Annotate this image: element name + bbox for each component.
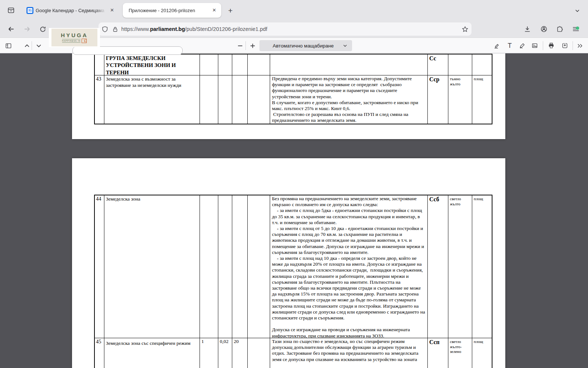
double-chevron-right-icon: [577, 42, 583, 49]
bookmark-star-icon[interactable]: [462, 26, 469, 33]
tab-title: Google Календар - Седмицама: [36, 8, 107, 13]
hamburger-menu-icon: [572, 25, 580, 33]
pdf-sidebar-toggle-button[interactable]: [3, 40, 14, 51]
new-tab-button[interactable]: +: [225, 5, 236, 16]
divider: [543, 41, 543, 50]
cell-param1: [200, 195, 218, 338]
cell-map-color: светло жълто: [448, 195, 472, 338]
cell-number: 45: [95, 338, 104, 368]
close-tab-icon[interactable]: ✕: [211, 7, 218, 14]
forward-arrow-icon: [24, 25, 31, 33]
archive-box-icon: [7, 6, 15, 14]
cell-param4: [248, 195, 270, 338]
drag-ghost-outline: [72, 46, 183, 55]
chevron-down-icon: [343, 43, 348, 48]
close-tab-icon[interactable]: ✕: [109, 7, 115, 14]
cell-map-color: тъмно жълто: [448, 75, 472, 124]
cell-param3: 20: [232, 338, 248, 368]
chevron-down-icon: [36, 43, 42, 49]
cell-zone-code: Ссп: [428, 338, 448, 368]
zoning-table-page2: 44 Земеделска зона Без промяна на предна…: [94, 195, 492, 368]
more-tools-button[interactable]: [574, 40, 585, 51]
forward-button[interactable]: [21, 23, 33, 35]
cell-param1: [200, 54, 218, 75]
text-tool-button[interactable]: T: [504, 40, 515, 51]
cell-zone-name: ГРУПА ЗЕМЕДЕЛСКИ УСТРОЙСТВЕНИ ЗОНИ И ТЕР…: [104, 54, 200, 75]
cell-param2: [218, 75, 232, 124]
cell-number: 44: [95, 195, 104, 338]
zoom-mode-select[interactable]: Автоматично мащабиране: [259, 40, 352, 51]
pdf-content-area[interactable]: ГРУПА ЗЕМЕДЕЛСКИ УСТРОЙСТВЕНИ ЗОНИ И ТЕР…: [0, 53, 588, 368]
cell-description: Предвидена е предимно върху земи ниска к…: [270, 75, 428, 124]
save-button[interactable]: [559, 40, 570, 51]
cell-param3: [232, 54, 248, 75]
table-row-45: 45 Земеделска зона със специфичен режим …: [95, 338, 492, 368]
cell-number: [95, 54, 104, 75]
zoom-in-button[interactable]: [247, 40, 258, 51]
google-calendar-icon: 31: [26, 7, 33, 14]
download-icon: [524, 25, 531, 33]
text-tool-icon: T: [508, 42, 512, 50]
tab-google-calendar[interactable]: 31 Google Календар - Седмицама ✕: [23, 3, 119, 18]
cell-area-label: [472, 54, 492, 75]
cell-number: 43: [95, 75, 104, 124]
tab-overview-button[interactable]: [3, 4, 19, 17]
cell-area-label: площ: [472, 75, 492, 124]
cell-map-color: светло жълто-зелено: [448, 338, 472, 368]
hyuga-tagline-text: HAPPINESS IN: [62, 39, 81, 43]
cell-param4: [248, 338, 270, 368]
cell-param4: [248, 75, 270, 124]
tab-list-button[interactable]: [572, 5, 583, 16]
hyuga-brand-text: HYUGA: [61, 32, 88, 38]
cell-param4: [248, 54, 270, 75]
highlight-tool-button[interactable]: [491, 40, 502, 51]
account-icon: [540, 25, 548, 33]
chevron-down-icon: [574, 8, 580, 14]
tab-bar: 31 Google Календар - Седмицама ✕ Приложе…: [0, 0, 588, 21]
url-bar[interactable]: https://www.parliament.bg/pub/StenD/2012…: [98, 22, 472, 36]
print-button[interactable]: [546, 40, 557, 51]
table-row-group-header: ГРУПА ЗЕМЕДЕЛСКИ УСТРОЙСТВЕНИ ЗОНИ И ТЕР…: [95, 54, 492, 75]
reload-icon: [39, 26, 46, 33]
back-arrow-icon: [7, 25, 15, 33]
cell-param1: 1: [200, 338, 218, 368]
pdf-page-2: 44 Земеделска зона Без промяна на предна…: [72, 158, 505, 368]
cell-description: [270, 54, 428, 75]
cell-param2: [218, 195, 232, 338]
table-row-43: 43 Земеделска зона с възможност за застр…: [95, 75, 492, 124]
cell-description: Без промяна на предназначението на земед…: [270, 195, 428, 338]
zoom-out-button[interactable]: [234, 40, 245, 51]
back-button[interactable]: [5, 23, 17, 35]
notification-dot: [576, 26, 579, 30]
divider: [245, 41, 246, 50]
menu-button[interactable]: [570, 23, 582, 35]
add-image-button[interactable]: [529, 40, 540, 51]
cell-zone-name: Земеделска зона с възможност за застрояв…: [104, 75, 200, 124]
lock-icon[interactable]: [112, 26, 118, 32]
reload-button[interactable]: [37, 23, 49, 35]
account-button[interactable]: [538, 23, 550, 35]
hyuga-overlay-card: HYUGA HAPPINESS IN: [49, 28, 100, 47]
table-row-44: 44 Земеделска зона Без промяна на предна…: [95, 195, 492, 338]
image-icon: [531, 42, 538, 49]
cell-param1: [200, 75, 218, 124]
zoning-table-page1: ГРУПА ЗЕМЕДЕЛСКИ УСТРОЙСТВЕНИ ЗОНИ И ТЕР…: [94, 54, 492, 124]
cell-zone-name: Земеделска зона: [104, 195, 200, 338]
tab-title: Приложение - 201206-prilozen: [129, 8, 209, 13]
divider: [573, 41, 573, 50]
extensions-button[interactable]: [553, 23, 566, 35]
plus-icon: [250, 43, 256, 49]
cell-param2: 0,02: [218, 338, 232, 368]
cell-zone-name: Земеделска зона със специфичен режим: [104, 338, 200, 368]
save-icon: [562, 42, 568, 49]
draw-tool-button[interactable]: [517, 40, 528, 51]
previous-page-button[interactable]: [21, 40, 32, 51]
cell-map-color: [448, 54, 472, 75]
tab-pdf-active[interactable]: Приложение - 201206-prilozen ✕: [123, 3, 221, 18]
cell-zone-code: Сс: [428, 54, 448, 75]
downloads-button[interactable]: [521, 23, 534, 35]
next-page-button[interactable]: [33, 40, 44, 51]
divider: [32, 41, 32, 50]
shield-icon[interactable]: [101, 26, 108, 33]
hyuga-logo: HYUGA HAPPINESS IN: [51, 29, 97, 46]
